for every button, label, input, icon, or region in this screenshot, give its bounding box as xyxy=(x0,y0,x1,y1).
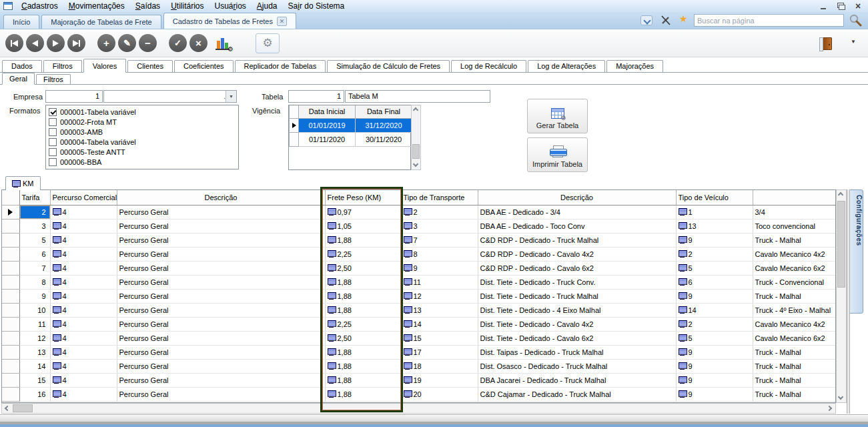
table-row[interactable]: 10 4 Percurso Geral 1,88 13 Dist. Tiete … xyxy=(2,303,835,317)
vigencia-col-header[interactable]: Data Final xyxy=(356,105,412,118)
exit-button[interactable] xyxy=(817,33,836,53)
restore-icon[interactable] xyxy=(836,2,845,11)
lookup-icon[interactable] xyxy=(404,334,411,342)
menu-item[interactable]: Usuários xyxy=(209,1,251,12)
lookup-icon[interactable] xyxy=(328,348,335,356)
lookup-icon[interactable] xyxy=(53,376,60,384)
descricao2-cell[interactable]: C&D RDP - Dedicado - Cavalo 6x2 xyxy=(478,261,676,275)
search-icon[interactable] xyxy=(849,13,863,29)
lookup-icon[interactable] xyxy=(404,320,411,328)
lookup-icon[interactable] xyxy=(53,222,60,230)
formato-item[interactable]: 000002-Frota MT xyxy=(49,117,238,127)
tarifa-cell[interactable]: 13 xyxy=(19,345,50,359)
data-inicial-cell[interactable]: 01/11/2020 xyxy=(299,132,356,146)
descricao-cell[interactable]: Percurso Geral xyxy=(117,359,325,373)
menu-item[interactable]: Utilitários xyxy=(165,1,209,12)
descricao2-cell[interactable]: DBA Jacarei - Dedicado - Truck Malhal xyxy=(478,373,676,387)
lookup-icon[interactable] xyxy=(404,376,411,384)
tipo-transporte-cell[interactable]: 12 xyxy=(401,289,478,303)
frete-peso-cell[interactable]: 2,50 xyxy=(325,261,401,275)
lookup-icon[interactable] xyxy=(679,292,686,300)
descricao-cell[interactable]: Percurso Geral xyxy=(117,289,325,303)
lookup-icon[interactable] xyxy=(404,278,411,286)
tarifa-cell[interactable]: 5 xyxy=(19,233,50,247)
formato-item[interactable]: 000005-Teste ANTT xyxy=(49,147,238,157)
tipo-veiculo-cell[interactable]: 6 xyxy=(676,275,753,289)
chevron-down-icon[interactable] xyxy=(640,15,653,25)
tipo-veiculo-cell[interactable]: 2 xyxy=(676,317,753,331)
tab-km[interactable]: KM xyxy=(5,176,41,190)
delete-record-icon[interactable]: − xyxy=(139,34,157,52)
chart-settings-icon[interactable] xyxy=(215,36,233,51)
descricao-cell[interactable]: Percurso Geral xyxy=(117,205,325,219)
descricao2-cell[interactable]: Dist. Tiete - Dedicado - Cavalo 4x2 xyxy=(478,317,676,331)
tarifa-cell[interactable]: 6 xyxy=(19,247,50,261)
grid-vertical-scrollbar[interactable] xyxy=(836,189,847,403)
col-header-extra[interactable] xyxy=(753,190,835,205)
search-input[interactable] xyxy=(694,14,844,27)
table-row[interactable]: 12 4 Percurso Geral 2,50 15 Dist. Tiete … xyxy=(2,331,835,345)
lookup-icon[interactable] xyxy=(53,320,60,328)
frete-peso-cell[interactable]: 1,88 xyxy=(325,233,401,247)
frete-peso-cell[interactable]: 1,88 xyxy=(325,303,401,317)
page-tab[interactable]: Dados xyxy=(2,60,42,72)
descricao-cell[interactable]: Percurso Geral xyxy=(117,373,325,387)
lookup-icon[interactable] xyxy=(679,264,686,272)
tarifa-cell[interactable]: 15 xyxy=(19,373,50,387)
tipo-veiculo-cell[interactable]: 9 xyxy=(676,233,753,247)
percurso-cell[interactable]: 4 xyxy=(50,275,117,289)
tipo-transporte-cell[interactable]: 15 xyxy=(401,331,478,345)
lookup-icon[interactable] xyxy=(328,306,335,314)
formato-item[interactable]: 000001-Tabela variável xyxy=(49,107,238,117)
tipo-veiculo-cell[interactable]: 9 xyxy=(676,387,753,401)
descricao-cell[interactable]: Percurso Geral xyxy=(117,317,325,331)
percurso-cell[interactable]: 4 xyxy=(50,247,117,261)
lookup-icon[interactable] xyxy=(328,222,335,230)
frete-peso-cell[interactable]: 1,88 xyxy=(325,359,401,373)
menu-item[interactable]: Movimentações xyxy=(63,1,130,12)
percurso-cell[interactable]: 4 xyxy=(50,289,117,303)
frete-peso-cell[interactable]: 1,88 xyxy=(325,387,401,401)
page-tab[interactable]: Valores xyxy=(83,59,126,73)
vigencia-row[interactable]: 01/01/2019 31/12/2020 xyxy=(290,118,412,132)
tipo-transporte-cell[interactable]: 19 xyxy=(401,373,478,387)
percurso-cell[interactable]: 4 xyxy=(50,345,117,359)
tipo-transporte-cell[interactable]: 3 xyxy=(401,219,478,233)
percurso-cell[interactable]: 4 xyxy=(50,205,117,219)
veiculo-cell[interactable]: Cavalo Mecanico 4x2 xyxy=(753,247,835,261)
lookup-icon[interactable] xyxy=(53,292,60,300)
veiculo-cell[interactable]: Cavalo Mecanico 4x2 xyxy=(753,317,835,331)
cancel-record-icon[interactable]: × xyxy=(189,34,207,52)
frete-peso-cell[interactable]: 1,88 xyxy=(325,275,401,289)
lookup-icon[interactable] xyxy=(404,236,411,244)
table-row[interactable]: 3 4 Percurso Geral 1,05 3 DBA AE - Dedic… xyxy=(2,219,835,233)
tipo-transporte-cell[interactable]: 13 xyxy=(401,303,478,317)
table-row[interactable]: 16 4 Percurso Geral 1,88 20 C&D Cajamar … xyxy=(2,387,835,401)
imprimir-tabela-button[interactable]: Imprimir Tabela xyxy=(527,137,588,172)
page-tab[interactable]: Log de Recálculo xyxy=(451,60,526,72)
checkbox-icon[interactable] xyxy=(49,118,57,126)
percurso-cell[interactable]: 4 xyxy=(50,261,117,275)
checkbox-icon[interactable] xyxy=(49,138,57,146)
lookup-icon[interactable] xyxy=(404,348,411,356)
lookup-icon[interactable] xyxy=(328,390,335,398)
veiculo-cell[interactable]: Cavalo Mecanico 6x2 xyxy=(753,331,835,345)
table-row[interactable]: 9 4 Percurso Geral 1,88 12 Dist. Tiete -… xyxy=(2,289,835,303)
lookup-icon[interactable] xyxy=(328,334,335,342)
descricao-cell[interactable]: Percurso Geral xyxy=(117,247,325,261)
col-header-percurso[interactable]: Percurso Comercial xyxy=(50,190,117,205)
tarifa-cell[interactable]: 16 xyxy=(19,387,50,401)
frete-peso-cell[interactable]: 1,88 xyxy=(325,345,401,359)
lookup-icon[interactable] xyxy=(679,390,686,398)
descricao2-cell[interactable]: DBA AE - Dedicado - Toco Conv xyxy=(478,219,676,233)
frete-peso-cell[interactable]: 2,25 xyxy=(325,317,401,331)
data-final-cell[interactable]: 30/11/2020 xyxy=(356,132,412,146)
veiculo-cell[interactable]: Truck - Malhal xyxy=(753,345,835,359)
combo-arrow-icon[interactable]: ▼ xyxy=(226,91,236,102)
table-row[interactable]: 7 4 Percurso Geral 2,50 9 C&D RDP - Dedi… xyxy=(2,261,835,275)
lookup-icon[interactable] xyxy=(53,278,60,286)
lookup-icon[interactable] xyxy=(679,306,686,314)
tarifa-cell[interactable]: 11 xyxy=(19,317,50,331)
table-row[interactable]: 5 4 Percurso Geral 1,88 7 C&D RDP - Dedi… xyxy=(2,233,835,247)
lookup-icon[interactable] xyxy=(404,306,411,314)
